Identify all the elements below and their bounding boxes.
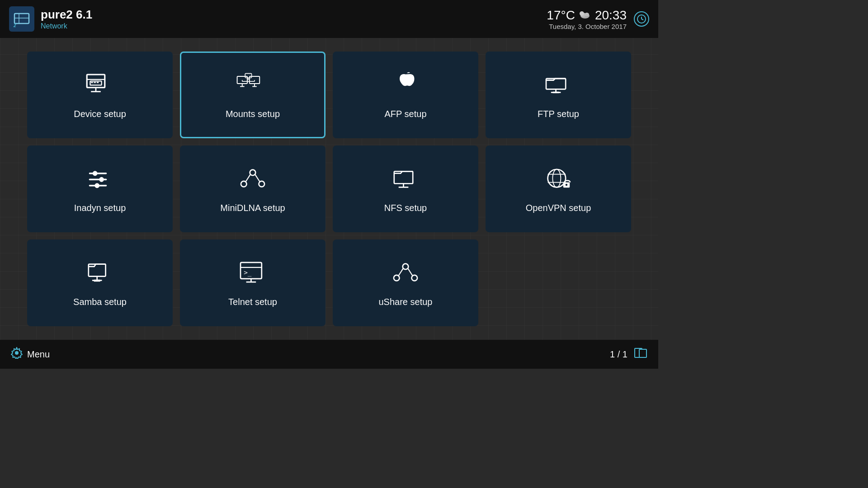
svg-point-42 <box>241 181 247 187</box>
svg-point-41 <box>250 169 256 175</box>
svg-line-67 <box>399 268 403 275</box>
weather-icon <box>579 8 591 23</box>
telnet-icon: >_ <box>236 259 269 290</box>
page-info: 1 / 1 <box>610 347 647 361</box>
menu-button[interactable]: Menu <box>11 347 50 362</box>
tile-openvpn-setup[interactable]: OpenVPN setup <box>486 145 631 232</box>
tile-mounts-setup[interactable]: Mounts setup <box>180 52 326 138</box>
svg-rect-58 <box>94 279 100 282</box>
tile-telnet-setup-label: Telnet setup <box>228 297 277 307</box>
mounts-icon <box>236 71 269 102</box>
tile-minidlna-setup-label: MiniDLNA setup <box>220 203 285 213</box>
time-line: 17°C 20:33 <box>547 8 627 23</box>
svg-point-36 <box>93 171 98 176</box>
tile-nfs-setup[interactable]: NFS setup <box>333 145 478 232</box>
svg-rect-15 <box>94 82 96 83</box>
svg-text:2: 2 <box>13 23 16 28</box>
weather-time: 17°C 20:33 Tuesday, 3. October 2017 <box>547 8 627 30</box>
svg-point-49 <box>548 169 566 187</box>
tile-afp-setup[interactable]: AFP setup <box>333 52 478 138</box>
tile-ftp-setup[interactable]: FTP setup <box>486 52 631 138</box>
app-subtitle: Network <box>41 22 92 30</box>
svg-point-40 <box>94 183 99 188</box>
svg-line-45 <box>255 174 259 181</box>
svg-point-54 <box>566 183 568 186</box>
svg-point-7 <box>580 11 584 16</box>
svg-point-6 <box>585 13 589 16</box>
svg-rect-25 <box>245 73 251 78</box>
tile-inadyn-setup[interactable]: Inadyn setup <box>27 145 173 232</box>
tile-mounts-setup-label: Mounts setup <box>226 109 280 119</box>
tile-ushare-setup[interactable]: uShare setup <box>333 239 478 326</box>
svg-point-66 <box>412 275 418 281</box>
svg-rect-34 <box>552 91 559 93</box>
pages-icon <box>634 347 647 361</box>
device-icon <box>84 71 116 102</box>
header: 2 pure2 6.1 Network 17°C 20:33 <box>0 0 658 38</box>
tile-afp-setup-label: AFP setup <box>384 109 426 119</box>
header-right: 17°C 20:33 Tuesday, 3. October 2017 <box>547 8 649 30</box>
tile-samba-setup[interactable]: Samba setup <box>27 239 173 326</box>
svg-line-44 <box>246 174 250 181</box>
svg-point-64 <box>403 263 409 269</box>
tile-device-setup[interactable]: Device setup <box>27 52 173 138</box>
ftp-icon <box>542 71 575 102</box>
tile-ushare-setup-label: uShare setup <box>379 297 433 307</box>
svg-point-43 <box>259 181 265 187</box>
tile-minidlna-setup[interactable]: MiniDLNA setup <box>180 145 326 232</box>
svg-rect-14 <box>91 82 93 83</box>
svg-rect-16 <box>97 82 99 83</box>
samba-icon <box>84 259 116 290</box>
openvpn-icon <box>542 165 575 196</box>
svg-rect-71 <box>639 349 646 357</box>
app-title: pure2 6.1 <box>41 8 92 22</box>
svg-rect-13 <box>90 81 101 85</box>
gear-icon <box>11 347 23 362</box>
svg-point-69 <box>15 351 19 355</box>
main-grid: Device setup Mount <box>0 38 658 340</box>
tile-ftp-setup-label: FTP setup <box>538 109 579 119</box>
minidlna-icon <box>236 165 269 196</box>
svg-point-50 <box>552 169 561 187</box>
empty-tile <box>486 239 631 326</box>
tile-samba-setup-label: Samba setup <box>73 297 127 307</box>
tile-openvpn-setup-label: OpenVPN setup <box>526 203 591 213</box>
nfs-icon <box>389 165 422 196</box>
inadyn-icon <box>84 165 116 196</box>
svg-rect-55 <box>89 264 106 276</box>
app-info: pure2 6.1 Network <box>41 8 92 30</box>
svg-line-68 <box>408 268 412 275</box>
time: 20:33 <box>595 8 627 23</box>
svg-rect-0 <box>14 14 29 23</box>
svg-text:>_: >_ <box>244 268 252 276</box>
logo-area: 2 pure2 6.1 Network <box>9 6 92 32</box>
logo-box: 2 <box>9 6 34 32</box>
ushare-icon <box>389 259 422 290</box>
footer: Menu 1 / 1 <box>0 340 658 369</box>
page-number: 1 / 1 <box>610 349 627 360</box>
svg-point-65 <box>394 275 400 281</box>
clock-icon <box>634 11 649 27</box>
afp-icon <box>389 71 422 102</box>
temperature: 17°C <box>547 8 575 23</box>
tile-device-setup-label: Device setup <box>74 109 126 119</box>
svg-point-38 <box>99 177 104 182</box>
tile-inadyn-setup-label: Inadyn setup <box>74 203 126 213</box>
tile-telnet-setup[interactable]: >_ Telnet setup <box>180 239 326 326</box>
tile-nfs-setup-label: NFS setup <box>384 203 427 213</box>
menu-label: Menu <box>27 349 50 360</box>
date: Tuesday, 3. October 2017 <box>547 23 627 30</box>
svg-line-10 <box>642 19 643 20</box>
